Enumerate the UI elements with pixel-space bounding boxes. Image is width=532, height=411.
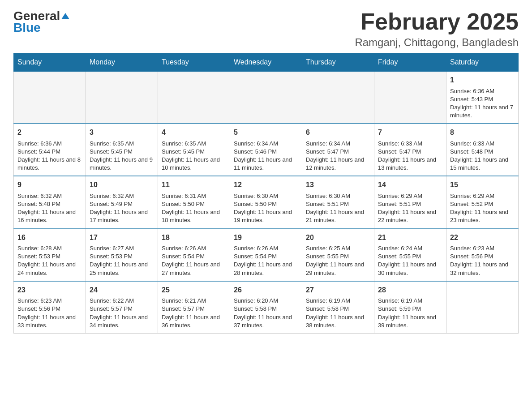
- table-row: [86, 71, 158, 124]
- calendar-week-row: 1Sunrise: 6:36 AMSunset: 5:43 PMDaylight…: [14, 71, 519, 124]
- day-number: 4: [162, 128, 226, 137]
- table-row: 5Sunrise: 6:34 AMSunset: 5:46 PMDaylight…: [230, 124, 302, 176]
- day-number: 6: [306, 128, 370, 137]
- header-thursday: Thursday: [302, 54, 374, 72]
- location-title: Ramganj, Chittagong, Bangladesh: [355, 36, 519, 49]
- day-info: Sunrise: 6:34 AMSunset: 5:47 PMDaylight:…: [306, 140, 370, 172]
- day-info: Sunrise: 6:26 AMSunset: 5:54 PMDaylight:…: [234, 244, 298, 277]
- header-saturday: Saturday: [446, 54, 519, 72]
- table-row: 23Sunrise: 6:23 AMSunset: 5:56 PMDayligh…: [14, 281, 86, 334]
- table-row: 16Sunrise: 6:28 AMSunset: 5:53 PMDayligh…: [14, 229, 86, 281]
- day-info: Sunrise: 6:30 AMSunset: 5:50 PMDaylight:…: [234, 192, 298, 225]
- day-number: 25: [162, 285, 226, 295]
- calendar-week-row: 23Sunrise: 6:23 AMSunset: 5:56 PMDayligh…: [14, 281, 519, 334]
- day-number: 18: [162, 233, 226, 243]
- day-info: Sunrise: 6:32 AMSunset: 5:48 PMDaylight:…: [17, 192, 82, 225]
- day-info: Sunrise: 6:32 AMSunset: 5:49 PMDaylight:…: [90, 192, 154, 225]
- day-number: 11: [162, 180, 226, 190]
- day-info: Sunrise: 6:35 AMSunset: 5:45 PMDaylight:…: [162, 140, 226, 172]
- day-info: Sunrise: 6:36 AMSunset: 5:44 PMDaylight:…: [17, 140, 82, 172]
- table-row: 27Sunrise: 6:19 AMSunset: 5:58 PMDayligh…: [302, 281, 374, 334]
- day-number: 5: [234, 128, 298, 137]
- calendar-week-row: 16Sunrise: 6:28 AMSunset: 5:53 PMDayligh…: [14, 229, 519, 281]
- svg-marker-0: [61, 13, 69, 19]
- table-row: 2Sunrise: 6:36 AMSunset: 5:44 PMDaylight…: [14, 124, 86, 176]
- month-title: February 2025: [355, 9, 519, 34]
- day-number: 24: [90, 285, 154, 295]
- header-sunday: Sunday: [14, 54, 86, 72]
- day-number: 21: [378, 233, 442, 243]
- day-info: Sunrise: 6:20 AMSunset: 5:58 PMDaylight:…: [234, 297, 298, 330]
- day-number: 12: [234, 180, 298, 190]
- day-info: Sunrise: 6:33 AMSunset: 5:48 PMDaylight:…: [450, 140, 515, 172]
- table-row: [14, 71, 86, 124]
- day-info: Sunrise: 6:25 AMSunset: 5:55 PMDaylight:…: [306, 244, 370, 277]
- logo: General Blue: [13, 9, 71, 35]
- day-number: 3: [90, 128, 154, 137]
- table-row: [446, 281, 519, 334]
- table-row: 12Sunrise: 6:30 AMSunset: 5:50 PMDayligh…: [230, 176, 302, 228]
- day-number: 9: [17, 180, 82, 190]
- day-number: 19: [234, 233, 298, 243]
- logo-blue-text: Blue: [13, 21, 41, 35]
- table-row: 10Sunrise: 6:32 AMSunset: 5:49 PMDayligh…: [86, 176, 158, 228]
- table-row: [230, 71, 302, 124]
- day-info: Sunrise: 6:19 AMSunset: 5:58 PMDaylight:…: [306, 297, 370, 330]
- table-row: 20Sunrise: 6:25 AMSunset: 5:55 PMDayligh…: [302, 229, 374, 281]
- table-row: 21Sunrise: 6:24 AMSunset: 5:55 PMDayligh…: [374, 229, 446, 281]
- page-header: General Blue February 2025 Ramganj, Chit…: [13, 9, 519, 49]
- day-number: 27: [306, 285, 370, 295]
- table-row: 14Sunrise: 6:29 AMSunset: 5:51 PMDayligh…: [374, 176, 446, 228]
- day-number: 13: [306, 180, 370, 190]
- day-info: Sunrise: 6:29 AMSunset: 5:52 PMDaylight:…: [450, 192, 515, 225]
- day-info: Sunrise: 6:23 AMSunset: 5:56 PMDaylight:…: [450, 244, 515, 277]
- day-number: 10: [90, 180, 154, 190]
- table-row: 1Sunrise: 6:36 AMSunset: 5:43 PMDaylight…: [446, 71, 519, 124]
- day-number: 7: [378, 128, 442, 137]
- day-info: Sunrise: 6:26 AMSunset: 5:54 PMDaylight:…: [162, 244, 226, 277]
- day-info: Sunrise: 6:23 AMSunset: 5:56 PMDaylight:…: [17, 297, 82, 330]
- table-row: 25Sunrise: 6:21 AMSunset: 5:57 PMDayligh…: [158, 281, 230, 334]
- calendar-table: Sunday Monday Tuesday Wednesday Thursday…: [13, 53, 519, 334]
- table-row: [374, 71, 446, 124]
- day-info: Sunrise: 6:24 AMSunset: 5:55 PMDaylight:…: [378, 244, 442, 277]
- calendar-week-row: 2Sunrise: 6:36 AMSunset: 5:44 PMDaylight…: [14, 124, 519, 176]
- day-info: Sunrise: 6:29 AMSunset: 5:51 PMDaylight:…: [378, 192, 442, 225]
- day-number: 8: [450, 128, 515, 137]
- table-row: 17Sunrise: 6:27 AMSunset: 5:53 PMDayligh…: [86, 229, 158, 281]
- table-row: 11Sunrise: 6:31 AMSunset: 5:50 PMDayligh…: [158, 176, 230, 228]
- day-number: 14: [378, 180, 442, 190]
- day-number: 20: [306, 233, 370, 243]
- day-info: Sunrise: 6:33 AMSunset: 5:47 PMDaylight:…: [378, 140, 442, 172]
- calendar-week-row: 9Sunrise: 6:32 AMSunset: 5:48 PMDaylight…: [14, 176, 519, 228]
- day-number: 1: [450, 75, 515, 85]
- header-friday: Friday: [374, 54, 446, 72]
- day-info: Sunrise: 6:21 AMSunset: 5:57 PMDaylight:…: [162, 297, 226, 330]
- day-number: 28: [378, 285, 442, 295]
- header-tuesday: Tuesday: [158, 54, 230, 72]
- table-row: [158, 71, 230, 124]
- day-info: Sunrise: 6:28 AMSunset: 5:53 PMDaylight:…: [17, 244, 82, 277]
- day-info: Sunrise: 6:27 AMSunset: 5:53 PMDaylight:…: [90, 244, 154, 277]
- table-row: 19Sunrise: 6:26 AMSunset: 5:54 PMDayligh…: [230, 229, 302, 281]
- table-row: 6Sunrise: 6:34 AMSunset: 5:47 PMDaylight…: [302, 124, 374, 176]
- table-row: 9Sunrise: 6:32 AMSunset: 5:48 PMDaylight…: [14, 176, 86, 228]
- day-number: 17: [90, 233, 154, 243]
- day-info: Sunrise: 6:30 AMSunset: 5:51 PMDaylight:…: [306, 192, 370, 225]
- day-number: 2: [17, 128, 82, 137]
- table-row: 26Sunrise: 6:20 AMSunset: 5:58 PMDayligh…: [230, 281, 302, 334]
- header-wednesday: Wednesday: [230, 54, 302, 72]
- table-row: 3Sunrise: 6:35 AMSunset: 5:45 PMDaylight…: [86, 124, 158, 176]
- day-info: Sunrise: 6:19 AMSunset: 5:59 PMDaylight:…: [378, 297, 442, 330]
- table-row: 8Sunrise: 6:33 AMSunset: 5:48 PMDaylight…: [446, 124, 519, 176]
- logo-blue-icon: [60, 11, 71, 21]
- table-row: 18Sunrise: 6:26 AMSunset: 5:54 PMDayligh…: [158, 229, 230, 281]
- calendar-header-row: Sunday Monday Tuesday Wednesday Thursday…: [14, 54, 519, 72]
- day-number: 26: [234, 285, 298, 295]
- table-row: 13Sunrise: 6:30 AMSunset: 5:51 PMDayligh…: [302, 176, 374, 228]
- day-number: 15: [450, 180, 515, 190]
- table-row: 24Sunrise: 6:22 AMSunset: 5:57 PMDayligh…: [86, 281, 158, 334]
- title-section: February 2025 Ramganj, Chittagong, Bangl…: [355, 9, 519, 49]
- table-row: 22Sunrise: 6:23 AMSunset: 5:56 PMDayligh…: [446, 229, 519, 281]
- table-row: 15Sunrise: 6:29 AMSunset: 5:52 PMDayligh…: [446, 176, 519, 228]
